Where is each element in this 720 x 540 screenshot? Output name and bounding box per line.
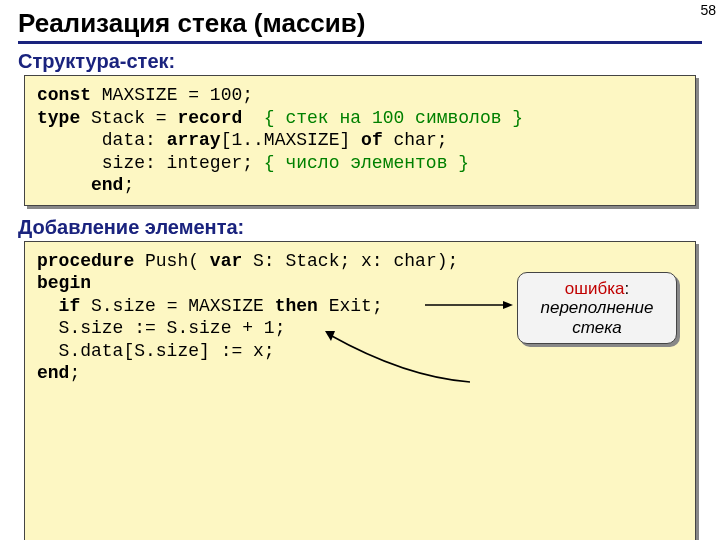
- code-text: S.size := S.size + 1;: [37, 318, 285, 338]
- code-text: ;: [69, 363, 80, 383]
- code-text: Exit;: [318, 296, 383, 316]
- kw-of: of: [361, 130, 383, 150]
- callout-overflow: ошибка: переполнение стека: [517, 272, 677, 345]
- callout-error-text: переполнение стека: [540, 298, 653, 337]
- section-heading-add: Добавление элемента:: [18, 216, 702, 239]
- slide-title: Реализация стека (массив): [18, 8, 702, 44]
- page-number: 58: [700, 2, 716, 18]
- code-text: [1..MAXSIZE]: [221, 130, 361, 150]
- code-text: MAXSIZE = 100;: [91, 85, 253, 105]
- arrow-add-element: [325, 327, 475, 387]
- code-text: [37, 175, 91, 195]
- kw-then: then: [275, 296, 318, 316]
- code-text: Push(: [134, 251, 210, 271]
- kw-record: record: [177, 108, 242, 128]
- section-heading-struct: Структура-стек:: [18, 50, 702, 73]
- code-text: S.size = MAXSIZE: [80, 296, 274, 316]
- kw-const: const: [37, 85, 91, 105]
- code-text: data:: [37, 130, 167, 150]
- kw-begin: begin: [37, 273, 91, 293]
- comment: { число элементов }: [264, 153, 469, 173]
- svg-marker-1: [503, 301, 513, 309]
- kw-array: array: [167, 130, 221, 150]
- code-text: S.data[S.size] := x;: [37, 341, 275, 361]
- svg-marker-2: [325, 331, 335, 341]
- slide: 58 Реализация стека (массив) Структура-с…: [0, 0, 720, 540]
- kw-procedure: procedure: [37, 251, 134, 271]
- code-text: char;: [383, 130, 448, 150]
- code-text: size: integer;: [37, 153, 264, 173]
- arrow-exit-to-callout: [425, 300, 515, 310]
- code-text: Stack =: [80, 108, 177, 128]
- code-text: [242, 108, 264, 128]
- code-block-struct: const MAXSIZE = 100; type Stack = record…: [24, 75, 696, 206]
- kw-end: end: [37, 363, 69, 383]
- kw-var: var: [210, 251, 242, 271]
- code-block-push: procedure Push( var S: Stack; x: char); …: [24, 241, 696, 541]
- code-text: [37, 296, 59, 316]
- code-text: S: Stack; x: char);: [242, 251, 458, 271]
- kw-if: if: [59, 296, 81, 316]
- comment: { стек на 100 символов }: [264, 108, 523, 128]
- kw-end: end: [91, 175, 123, 195]
- callout-error-label: ошибка: [565, 279, 625, 298]
- kw-type: type: [37, 108, 80, 128]
- code-text: ;: [123, 175, 134, 195]
